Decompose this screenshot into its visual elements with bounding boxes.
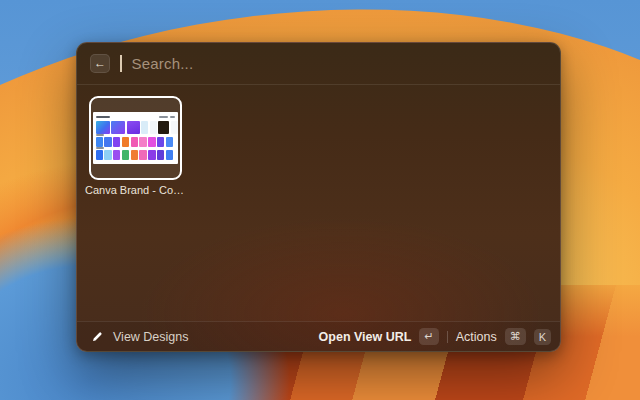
desktop: ← Search... bbox=[0, 0, 640, 400]
k-key-badge[interactable]: K bbox=[534, 329, 551, 345]
actions-button[interactable]: Actions bbox=[456, 330, 497, 344]
thumb-header bbox=[96, 115, 175, 119]
launcher-window: ← Search... bbox=[76, 42, 561, 352]
thumb-swatch bbox=[141, 121, 148, 134]
thumb-swatch bbox=[131, 137, 138, 147]
pencil-icon bbox=[91, 331, 103, 343]
return-key-badge[interactable]: ↵ bbox=[419, 328, 438, 345]
thumb-swatch bbox=[104, 137, 111, 147]
thumb-swatch bbox=[148, 150, 155, 160]
search-input[interactable]: Search... bbox=[132, 55, 194, 72]
thumb-swatch bbox=[96, 150, 103, 160]
thumb-swatch bbox=[148, 137, 155, 147]
grid-content: Canva Brand - Color... bbox=[77, 85, 560, 321]
thumb-swatch bbox=[139, 150, 146, 160]
thumb-swatch bbox=[127, 121, 140, 134]
command-title: View Designs bbox=[113, 330, 189, 344]
thumb-swatch bbox=[171, 121, 178, 134]
footer-left: View Designs bbox=[88, 328, 189, 345]
thumb-swatch bbox=[122, 137, 129, 147]
footer-right: Open View URL ↵ Actions ⌘ K bbox=[319, 328, 551, 345]
cmd-key-badge[interactable]: ⌘ bbox=[505, 328, 526, 345]
thumb-swatch bbox=[131, 150, 138, 160]
footer-divider bbox=[447, 331, 448, 343]
thumb-swatch bbox=[158, 121, 169, 134]
thumb-swatch bbox=[111, 121, 125, 134]
canva-extension-icon bbox=[88, 328, 105, 345]
thumb-swatch bbox=[157, 137, 164, 147]
thumb-swatch bbox=[96, 121, 110, 134]
thumb-swatch bbox=[157, 150, 164, 160]
thumb-swatch bbox=[139, 137, 146, 147]
footer-bar: View Designs Open View URL ↵ Actions ⌘ K bbox=[77, 321, 560, 351]
thumb-swatch bbox=[96, 137, 103, 147]
thumb-swatch bbox=[122, 150, 129, 160]
thumb-row2 bbox=[96, 137, 175, 147]
thumb-row3 bbox=[96, 150, 175, 160]
text-caret bbox=[120, 55, 122, 72]
thumb-swatch bbox=[150, 121, 157, 134]
design-thumbnail bbox=[93, 112, 178, 164]
thumb-swatch bbox=[166, 150, 173, 160]
thumb-swatch bbox=[113, 150, 120, 160]
search-bar: ← Search... bbox=[77, 43, 560, 85]
back-button[interactable]: ← bbox=[90, 54, 110, 73]
grid-item-selection-border[interactable] bbox=[89, 96, 182, 180]
thumb-hero-row bbox=[96, 121, 175, 134]
grid-item-label: Canva Brand - Color... bbox=[85, 184, 185, 196]
thumb-swatch bbox=[113, 137, 120, 147]
grid-item-canva-brand[interactable]: Canva Brand - Color... bbox=[85, 96, 185, 196]
primary-action-button[interactable]: Open View URL bbox=[319, 330, 412, 344]
thumb-swatch bbox=[166, 137, 173, 147]
thumb-swatch bbox=[104, 150, 111, 160]
back-icon: ← bbox=[94, 56, 106, 70]
